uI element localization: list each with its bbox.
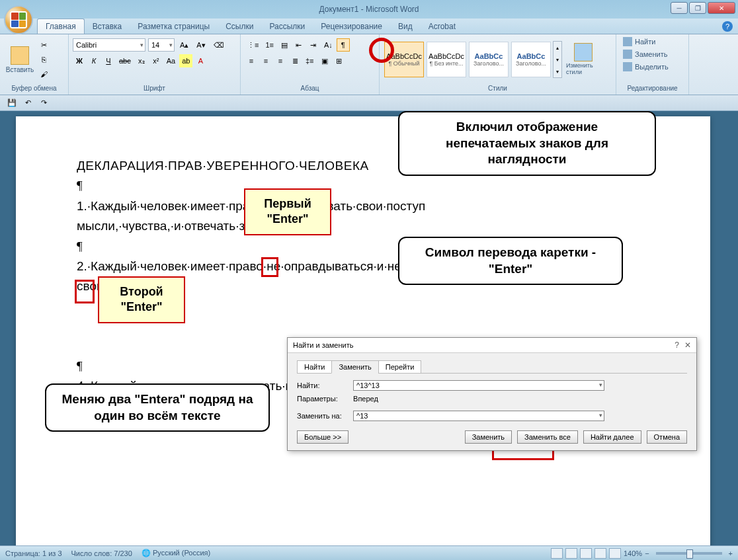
status-page[interactable]: Страница: 1 из 3: [5, 549, 62, 557]
more-button[interactable]: Больше >>: [297, 430, 348, 444]
view-outline[interactable]: [594, 548, 606, 559]
justify-button[interactable]: ≣: [288, 54, 302, 67]
ribbon: Вставить ✂ ⎘ 🖌 Буфер обмена Calibri 14 A…: [0, 34, 738, 95]
find-input[interactable]: ^13^13: [353, 380, 604, 391]
tab-layout[interactable]: Разметка страницы: [130, 19, 218, 34]
indent-left-button[interactable]: ⇤: [292, 38, 306, 52]
replace-one-button[interactable]: Заменить: [465, 430, 512, 444]
style-no-spacing[interactable]: AaBbCcDc¶ Без инте...: [427, 42, 466, 77]
tab-insert[interactable]: Вставка: [85, 19, 130, 34]
numbering-button[interactable]: 1≡: [263, 38, 276, 52]
zoom-in-button[interactable]: +: [729, 549, 733, 557]
show-marks-button[interactable]: ¶: [337, 38, 350, 52]
page[interactable]: ДЕКЛАРАЦИЯ·ПРАВ·УВЕРЕННОГО·ЧЕЛОВЕКА ¶ 1.…: [16, 116, 710, 545]
window-title: Документ1 - Microsoft Word: [319, 5, 419, 14]
change-case-button[interactable]: Aa: [164, 54, 178, 67]
paragraph-label: Абзац: [245, 83, 375, 93]
replace-label: Заменить на:: [297, 412, 351, 420]
params-label: Параметры:: [297, 395, 351, 403]
callout-nonprint: Включил отображение непечатаемых знаков …: [398, 111, 656, 176]
font-name-combo[interactable]: Calibri: [73, 38, 145, 52]
window-maximize-button[interactable]: ❐: [689, 2, 706, 14]
view-print-layout[interactable]: [551, 548, 563, 559]
style-heading1[interactable]: AaBbCcЗаголово...: [469, 42, 509, 77]
dialog-tab-goto[interactable]: Перейти: [378, 360, 422, 374]
select-button[interactable]: Выделить: [620, 61, 671, 73]
italic-button[interactable]: К: [87, 54, 101, 67]
zoom-slider[interactable]: [656, 552, 722, 555]
shrink-font-button[interactable]: A▾: [194, 38, 208, 52]
status-lang[interactable]: 🌐 Русский (Россия): [142, 549, 210, 557]
statusbar: Страница: 1 из 3 Число слов: 7/230 🌐 Рус…: [0, 545, 738, 560]
dialog-tab-find[interactable]: Найти: [297, 360, 332, 374]
replace-all-button[interactable]: Заменить все: [517, 430, 578, 444]
indent-right-button[interactable]: ⇥: [307, 38, 320, 52]
format-painter-button[interactable]: 🖌: [37, 67, 50, 81]
bullets-button[interactable]: ⋮≡: [245, 38, 261, 52]
tab-acrobat[interactable]: Acrobat: [421, 19, 464, 34]
find-replace-dialog[interactable]: Найти и заменить ? ✕ Найти Заменить Пере…: [287, 337, 697, 451]
shading-button[interactable]: ▣: [318, 54, 331, 67]
dialog-tab-replace[interactable]: Заменить: [331, 360, 378, 374]
view-web[interactable]: [580, 548, 592, 559]
highlight-button[interactable]: ab: [179, 54, 192, 67]
redo-button[interactable]: ↷: [37, 97, 50, 109]
params-value: Вперед: [353, 395, 378, 403]
align-left-button[interactable]: ≡: [245, 54, 258, 67]
doc-line-1b: мысли,·чувства,·и·отвечать·за·них¶: [77, 216, 649, 236]
style-scroll[interactable]: ▴▾▾: [553, 41, 562, 78]
view-draft[interactable]: [609, 548, 621, 559]
office-button[interactable]: [4, 5, 33, 34]
window-minimize-button[interactable]: ─: [671, 2, 688, 14]
status-words[interactable]: Число слов: 7/230: [71, 549, 132, 557]
bold-button[interactable]: Ж: [73, 54, 86, 67]
find-button[interactable]: Найти: [620, 36, 658, 48]
align-right-button[interactable]: ≡: [274, 54, 287, 67]
cut-button[interactable]: ✂: [37, 38, 50, 52]
strike-button[interactable]: abc: [116, 54, 134, 67]
grow-font-button[interactable]: A▴: [177, 38, 191, 52]
dialog-titlebar[interactable]: Найти и заменить ? ✕: [288, 338, 696, 353]
redbox-second-pilcrow: [75, 280, 95, 303]
document-area[interactable]: ДЕКЛАРАЦИЯ·ПРАВ·УВЕРЕННОГО·ЧЕЛОВЕКА ¶ 1.…: [0, 111, 738, 545]
underline-button[interactable]: Ч: [102, 54, 115, 67]
copy-button[interactable]: ⎘: [37, 53, 50, 66]
style-heading2[interactable]: AaBbCcЗаголово...: [511, 42, 551, 77]
replace-button[interactable]: Заменить: [620, 48, 670, 60]
cancel-button[interactable]: Отмена: [647, 430, 687, 444]
help-icon[interactable]: ?: [722, 21, 733, 32]
multilevel-button[interactable]: ▤: [278, 38, 291, 52]
tab-home[interactable]: Главная: [37, 19, 85, 34]
dialog-help-icon[interactable]: ?: [675, 340, 679, 350]
save-button[interactable]: 💾: [5, 97, 19, 109]
align-center-button[interactable]: ≡: [259, 54, 272, 67]
find-next-button[interactable]: Найти далее: [583, 430, 641, 444]
line-spacing-button[interactable]: ‡≡: [303, 54, 317, 67]
change-styles-button[interactable]: Изменить стили: [563, 40, 603, 79]
font-size-combo[interactable]: 14: [148, 38, 175, 52]
pilcrow: ¶: [77, 176, 649, 196]
callout-first-enter: Первый "Enter": [244, 188, 331, 235]
replace-input[interactable]: ^13: [353, 411, 604, 421]
tab-mailings[interactable]: Рассылки: [261, 19, 313, 34]
callout-replace-two: Меняю два "Entera" подряд на один во всё…: [45, 383, 270, 432]
zoom-value[interactable]: 140%: [624, 549, 642, 557]
view-full-reading[interactable]: [565, 548, 577, 559]
undo-button[interactable]: ↶: [21, 97, 34, 109]
group-paragraph: ⋮≡ 1≡ ▤ ⇤ ⇥ A↓ ¶ ≡ ≡ ≡ ≣ ‡≡ ▣ ⊞ Абзац: [241, 34, 380, 95]
clipboard-icon: [11, 46, 29, 65]
subscript-button[interactable]: x₂: [135, 54, 148, 67]
clear-format-button[interactable]: ⌫: [211, 38, 227, 52]
font-color-button[interactable]: A: [194, 54, 207, 67]
tab-review[interactable]: Рецензирование: [313, 19, 390, 34]
paste-button[interactable]: Вставить: [4, 40, 36, 79]
sort-button[interactable]: A↓: [321, 38, 335, 52]
ribbon-tabs: Главная Вставка Разметка страницы Ссылки…: [0, 19, 738, 34]
borders-button[interactable]: ⊞: [333, 54, 346, 67]
tab-view[interactable]: Вид: [390, 19, 421, 34]
superscript-button[interactable]: x²: [149, 54, 163, 67]
tab-references[interactable]: Ссылки: [218, 19, 261, 34]
dialog-close-icon[interactable]: ✕: [684, 340, 691, 350]
zoom-out-button[interactable]: −: [645, 549, 649, 557]
window-close-button[interactable]: ✕: [708, 2, 735, 14]
